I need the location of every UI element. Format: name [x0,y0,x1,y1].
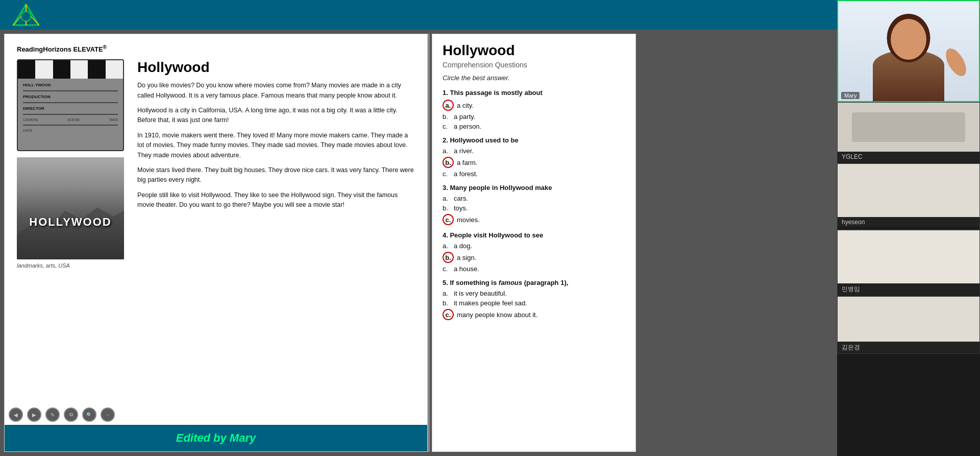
article-paragraph1: Do you like movies? Do you know where mo… [137,81,415,101]
question-4-option-c: c. a house. [443,265,625,273]
clapper-date-label: DATE [23,129,118,132]
q4-answer-a-text: a dog. [454,242,472,250]
opt-a2: a. [443,147,451,155]
hollywood-sign-text: HOLLYWOOD [29,215,111,229]
circle-b4: b. [443,252,454,263]
clapperboard-image: HOLL YWOOD PRODUCTION DIRECTOR CAMERA SC… [17,59,124,151]
clapper-bottom-row: CAMERA SCENE TAKE [23,118,118,122]
play-button[interactable]: ▶ [27,407,41,422]
clapper-title-text: HOLL YWOOD [23,83,118,87]
kimuneung-name: 김은경 [838,342,979,353]
document-area: ReadingHorizons ELEVATE® [0,30,837,456]
clapper-line2 [23,102,118,103]
question-4: 4. People visit Hollywood to see a. a do… [443,231,625,273]
participant-panel-hyeseon: hyeseon [837,163,980,230]
opt-a5: a. [443,290,451,297]
edit-button[interactable]: ✎ [45,407,60,422]
yglec-room-interior [852,112,965,142]
question-1-option-c: c. a person. [443,123,625,130]
right-page-instruction: Circle the best answer. [443,74,625,82]
question-4-option-a: a. a dog. [443,242,625,250]
question-3-option-c: c. movies. [443,214,625,225]
question-5-text: 5. If something is famous (paragraph 1), [443,279,625,286]
svg-point-1 [21,11,31,21]
q1-answer-c-text: a person. [454,123,481,130]
opt-b5: b. [443,299,451,307]
hollywood-sign-image: HOLLYWOOD [17,157,124,259]
clapper-take-label: TAKE [109,118,118,122]
article-paragraph2: Hollywood is a city in California, USA. … [137,106,415,126]
question-1-option-a: a. a city. [443,100,625,111]
hyeseon-video [838,164,979,217]
image-caption: landmarks, arts, USA [17,262,129,269]
mary-name-badge: Mary [841,92,860,99]
more-button[interactable]: ··· [101,407,115,422]
mary-silhouette [838,1,979,101]
q1-answer-a-text: a city. [457,102,474,109]
brand-elevate: ELEVATE [71,45,103,53]
article-paragraph3: In 1910, movie makers went there. They l… [137,131,415,160]
question-2-option-c: c. a forest. [443,170,625,178]
clapper-line3 [23,114,118,115]
question-5-option-a: a. it is very beautiful. [443,290,625,297]
clapper-production: PRODUCTION [23,94,118,99]
question-4-option-b: b. a sign. [443,252,625,263]
images-column: HOLL YWOOD PRODUCTION DIRECTOR CAMERA SC… [17,59,129,269]
right-page: Hollywood Comprehension Questions Circle… [432,34,636,452]
brand-horizons: Horizons [43,45,71,53]
q5-answer-b-text: it makes people feel sad. [454,299,527,307]
clapper-scene-label: SCENE [67,118,80,122]
article-paragraph5: People still like to visit Hollywood. Th… [137,190,415,210]
article-paragraph4: Movie stars lived there. They built big … [137,165,415,185]
question-3-option-a: a. cars. [443,195,625,202]
circle-b2: b. [443,157,454,168]
right-page-subtitle: Comprehension Questions [443,61,625,69]
participant-panel-minbyeongim: 민병임 [837,230,980,296]
copy-button[interactable]: ⧉ [64,407,78,422]
opt-c4: c. [443,265,451,273]
question-1-option-b: b. a party. [443,113,625,121]
clapper-camera-label: CAMERA [23,118,38,122]
mary-video: Mary [838,1,979,101]
article-content: HOLL YWOOD PRODUCTION DIRECTOR CAMERA SC… [17,59,415,269]
yglec-name: YGLEC [838,152,979,162]
playback-controls: ◀ ▶ ✎ ⧉ 🔍 ··· [9,407,115,422]
kimuneung-video [838,297,979,342]
question-2-option-b: b. a farm. [443,157,625,168]
question-3-option-b: b. toys. [443,204,625,212]
q3-answer-a-text: cars. [454,195,468,202]
opt-a3: a. [443,195,451,202]
text-column: Hollywood Do you like movies? Do you kno… [137,59,415,269]
app-logo [11,3,41,27]
q4-answer-c-text: a house. [454,265,479,273]
clapper-director: DIRECTOR [23,106,118,111]
zoom-button[interactable]: 🔍 [82,407,96,422]
question-5-option-b: b. it makes people feel sad. [443,299,625,307]
question-3-text: 3. Many people in Hollywood make [443,184,625,191]
center-divider [428,34,430,452]
prev-button[interactable]: ◀ [9,407,23,422]
question-2: 2. Hollywood used to be a. a river. b. a… [443,136,625,178]
q5-answer-c-text: many people know about it. [457,311,537,319]
question-5-option-c: c. many people know about it. [443,309,625,320]
hyeseon-name: hyeseon [838,217,979,227]
clapper-body: HOLL YWOOD PRODUCTION DIRECTOR CAMERA SC… [18,79,123,150]
question-1: 1. This passage is mostly about a. a cit… [443,89,625,130]
clapper-line4 [23,125,118,126]
opt-b1: b. [443,113,451,121]
q2-answer-b-text: a farm. [457,159,477,166]
clapper-line1 [23,90,118,91]
bottom-bar: Edited by Mary [5,425,427,451]
opt-a4: a. [443,242,451,250]
minbyeongim-name: 민병임 [838,283,979,295]
circle-a1: a. [443,100,454,111]
question-2-option-a: a. a river. [443,147,625,155]
q2-answer-a-text: a river. [454,147,474,155]
participant-panel-kimuneung: 김은경 [837,296,980,354]
circle-c3: c. [443,214,454,225]
left-page: ReadingHorizons ELEVATE® [4,34,428,452]
clapper-hwood: HOLL YWOOD [23,83,51,87]
opt-c1: c. [443,123,451,130]
hills-background [17,198,124,259]
question-3: 3. Many people in Hollywood make a. cars… [443,184,625,225]
